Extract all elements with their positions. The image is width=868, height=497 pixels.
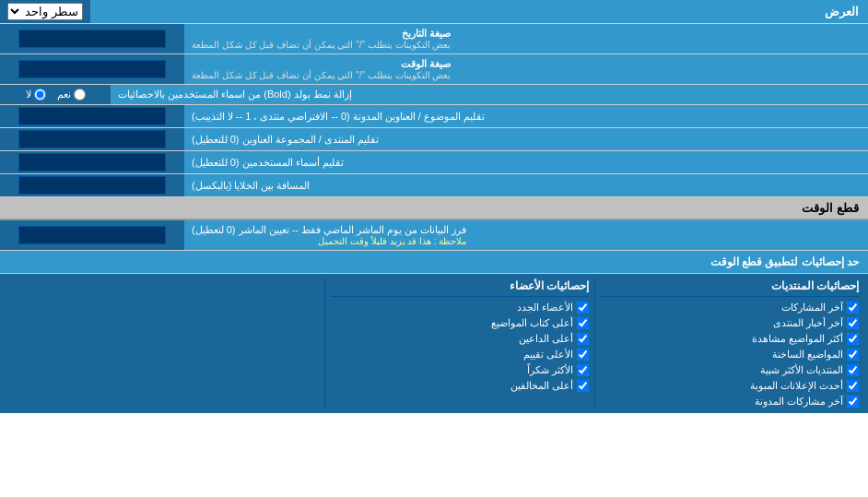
gap-input[interactable]: 2 (18, 176, 166, 195)
cb-most-thanks-input[interactable] (577, 364, 589, 376)
username-trim-row: تقليم أسماء المستخدمين (0 للتعطيل) 0 (0, 151, 868, 174)
username-trim-input[interactable]: 0 (18, 153, 166, 172)
date-format-input[interactable]: d-m (18, 30, 166, 48)
cb-top-rate-input[interactable] (577, 349, 589, 361)
cb-most-thanks-label: الأكثر شكراً (527, 364, 573, 376)
cb-last-posts-input[interactable] (847, 302, 859, 314)
trim-label: تقليم الموضوع / العناوين المدونة (0 -- ا… (184, 105, 868, 127)
bold-row: إزالة نمط بولد (Bold) من اسماء المستخدمي… (0, 85, 868, 105)
date-format-input-cell: d-m (0, 24, 184, 53)
cb-top-posters-input[interactable] (577, 317, 589, 329)
time-format-input-cell: H:i (0, 54, 184, 84)
stats-section-label: حد إحصائيات لتطبيق قطع الوقت (0, 251, 868, 273)
cb-similar-forums: المنتديات الأكثر شبية (601, 362, 859, 378)
date-format-label: صيغة التاريخ بعض التكوينات يتطلب "/" الت… (184, 24, 868, 53)
stats-section: حد إحصائيات لتطبيق قطع الوقت (0, 251, 868, 274)
time-format-label-line2: بعض التكوينات يتطلب "/" التي يمكن أن تضا… (192, 70, 451, 80)
cb-most-viewed: أكثر المواضيع مشاهدة (601, 331, 859, 347)
cb-hot-topics-label: المواضيع الساخنة (772, 349, 843, 361)
cb-top-posters: أعلى كتاب المواضيع (331, 315, 589, 331)
cutoff-row: فرز البيانات من يوم الماشر الماضي فقط --… (0, 220, 868, 251)
display-mode-select[interactable]: سطر واحد سطرين ثلاثة أسطر (7, 3, 83, 20)
bold-no-radio[interactable] (34, 89, 46, 101)
cb-top-posters-label: أعلى كتاب المواضيع (491, 317, 573, 329)
cb-new-members: الأعضاء الجدد (331, 300, 589, 315)
cb-new-members-input[interactable] (577, 302, 589, 314)
cb-last-forum-news: آخر أخبار المنتدى (601, 315, 859, 331)
cb-similar-forums-label: المنتديات الأكثر شبية (760, 364, 843, 376)
trim-input-cell: 33 (0, 105, 184, 127)
header-select-cell: سطر واحد سطرين ثلاثة أسطر (0, 0, 90, 23)
header-label: العرض (90, 0, 868, 23)
forum-trim-input[interactable]: 33 (18, 130, 166, 148)
cb-top-rate: الأعلى تقييم (331, 347, 589, 362)
col-separator (594, 278, 595, 409)
time-format-label-line1: صيغة الوقت (192, 58, 451, 70)
cutoff-label-line2: ملاحظة : هذا قد يزيد قليلاً وقت التحميل (192, 236, 466, 246)
cb-similar-forums-input[interactable] (847, 364, 859, 376)
cb-recent-ads: أحدث الإعلانات المبوبة (601, 378, 859, 394)
forum-trim-label: تقليم المنتدى / المجموعة العناوين (0 للت… (184, 128, 868, 150)
cb-recent-ads-input[interactable] (847, 380, 859, 392)
cb-top-posters2: أعلى الداعين (331, 331, 589, 347)
gap-label: المسافة بين الخلايا (بالبكسل) (184, 174, 868, 196)
bold-yes-label[interactable]: نعم (57, 89, 86, 101)
col-separator-2 (324, 278, 325, 409)
date-format-label-line2: بعض التكوينات يتطلب "/" التي يمكن أن تضا… (192, 40, 451, 50)
cb-top-rate-label: الأعلى تقييم (523, 349, 573, 361)
time-format-row: صيغة الوقت بعض التكوينات يتطلب "/" التي … (0, 54, 868, 85)
forum-stats-header: إحصائيات المنتديات (601, 278, 859, 297)
cutoff-section-header: قطع الوقت (0, 197, 868, 220)
member-stats-header: إحصائيات الأعضاء (331, 278, 589, 297)
bold-radio-cell: نعم لا (0, 85, 111, 104)
main-container: العرض سطر واحد سطرين ثلاثة أسطر صيغة الت… (0, 0, 868, 413)
cb-last-forum-news-input[interactable] (847, 317, 859, 329)
time-format-input[interactable]: H:i (18, 60, 166, 78)
gap-input-cell: 2 (0, 174, 184, 196)
bold-yes-radio[interactable] (74, 89, 86, 101)
member-stats-col: إحصائيات الأعضاء الأعضاء الجدد أعلى كتاب… (325, 278, 594, 409)
forum-trim-input-cell: 33 (0, 128, 184, 150)
checkboxes-container: إحصائيات المنتديات آخر المشاركات آخر أخب… (0, 274, 868, 413)
cb-last-notes-input[interactable] (847, 396, 859, 408)
cb-top-posters2-label: أعلى الداعين (519, 333, 573, 345)
cb-hot-topics-input[interactable] (847, 349, 859, 361)
forum-stats-col: إحصائيات المنتديات آخر المشاركات آخر أخب… (595, 278, 864, 409)
cb-most-thanks: الأكثر شكراً (331, 362, 589, 378)
bold-no-label[interactable]: لا (26, 89, 46, 101)
cutoff-label: فرز البيانات من يوم الماشر الماضي فقط --… (184, 220, 868, 250)
cb-top-posters2-input[interactable] (577, 333, 589, 345)
cutoff-label-line1: فرز البيانات من يوم الماشر الماضي فقط --… (192, 224, 466, 236)
cb-last-posts: آخر المشاركات (601, 300, 859, 315)
cb-last-notes-label: آخر مشاركات المدونة (755, 396, 843, 408)
cb-most-viewed-input[interactable] (847, 333, 859, 345)
cb-top-lurkers-input[interactable] (577, 380, 589, 392)
date-format-label-line1: صيغة التاريخ (192, 28, 451, 40)
cb-top-lurkers: أعلى المخالفين (331, 378, 589, 394)
bold-label: إزالة نمط بولد (Bold) من اسماء المستخدمي… (111, 85, 868, 104)
cb-last-forum-news-label: آخر أخبار المنتدى (773, 317, 843, 329)
cb-hot-topics: المواضيع الساخنة (601, 347, 859, 362)
cb-top-lurkers-label: أعلى المخالفين (510, 380, 573, 392)
cb-recent-ads-label: أحدث الإعلانات المبوبة (750, 380, 843, 392)
username-trim-label: تقليم أسماء المستخدمين (0 للتعطيل) (184, 151, 868, 173)
trim-row: تقليم الموضوع / العناوين المدونة (0 -- ا… (0, 105, 868, 128)
cb-last-posts-label: آخر المشاركات (781, 302, 843, 314)
cutoff-input-cell: 0 (0, 220, 184, 250)
trim-input[interactable]: 33 (18, 107, 166, 125)
date-format-row: صيغة التاريخ بعض التكوينات يتطلب "/" الت… (0, 24, 868, 54)
cb-last-notes: آخر مشاركات المدونة (601, 394, 859, 409)
cutoff-input[interactable]: 0 (18, 226, 166, 244)
cb-new-members-label: الأعضاء الجدد (517, 302, 573, 314)
empty-col (4, 278, 324, 409)
cb-most-viewed-label: أكثر المواضيع مشاهدة (752, 333, 843, 345)
time-format-label: صيغة الوقت بعض التكوينات يتطلب "/" التي … (184, 54, 868, 84)
username-trim-input-cell: 0 (0, 151, 184, 173)
header-row: العرض سطر واحد سطرين ثلاثة أسطر (0, 0, 868, 24)
gap-row: المسافة بين الخلايا (بالبكسل) 2 (0, 174, 868, 197)
forum-trim-row: تقليم المنتدى / المجموعة العناوين (0 للت… (0, 128, 868, 151)
